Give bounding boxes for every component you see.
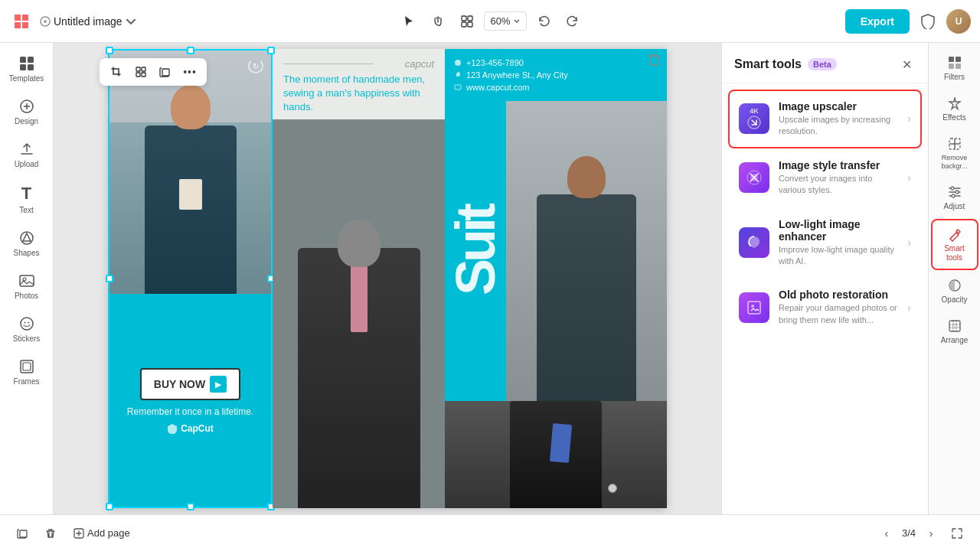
design-label: Design bbox=[15, 117, 38, 126]
suit-man-back bbox=[506, 101, 667, 401]
design-canvas[interactable]: ↻ BUY NOW ▶ Remember it once in a lifeti… bbox=[108, 49, 667, 508]
right-tool-filters[interactable]: Filters bbox=[931, 49, 978, 88]
svg-rect-2 bbox=[462, 16, 466, 21]
svg-point-16 bbox=[24, 322, 25, 324]
grid-tool-btn[interactable] bbox=[130, 61, 152, 83]
user-avatar[interactable]: U bbox=[946, 9, 971, 34]
svg-rect-31 bbox=[748, 302, 760, 314]
smart-tools-close-btn[interactable]: ✕ bbox=[897, 55, 916, 73]
expand-btn[interactable] bbox=[946, 523, 968, 544]
topbar-tools: 60% bbox=[397, 9, 585, 34]
svg-rect-5 bbox=[468, 22, 472, 27]
effects-label: Effects bbox=[942, 113, 965, 122]
smart-tools-sidebar-label: Smart tools bbox=[936, 244, 974, 262]
suit-text-panel: Suit bbox=[445, 101, 506, 401]
upscaler-4k-icon bbox=[746, 115, 762, 130]
undo-btn[interactable] bbox=[531, 9, 556, 34]
sidebar-item-frames[interactable]: Frames bbox=[4, 352, 50, 392]
add-page-btn[interactable]: Add page bbox=[67, 524, 136, 542]
svg-rect-34 bbox=[956, 57, 961, 62]
right-tool-arrange[interactable]: Arrange bbox=[931, 312, 978, 351]
prev-page-btn[interactable]: ‹ bbox=[877, 524, 896, 543]
redo-btn[interactable] bbox=[560, 9, 585, 34]
restoration-info: Old photo restoration Repair your damage… bbox=[779, 289, 898, 326]
delete-page-btn[interactable] bbox=[40, 523, 61, 544]
svg-rect-8 bbox=[20, 64, 26, 70]
sidebar-item-templates[interactable]: Templates bbox=[4, 49, 50, 89]
svg-marker-12 bbox=[23, 233, 31, 241]
tool-style-transfer[interactable]: Image style transfer Convert your images… bbox=[728, 148, 922, 207]
page-number: 3/4 bbox=[902, 527, 916, 539]
canvas-copy-icon[interactable] bbox=[647, 54, 661, 70]
svg-point-41 bbox=[951, 236, 952, 238]
right-tool-remove-bg[interactable]: Remove backgr... bbox=[931, 130, 978, 177]
frames-icon bbox=[18, 358, 35, 375]
crop-tool-btn[interactable] bbox=[106, 61, 127, 83]
sidebar-item-design[interactable]: Design bbox=[4, 92, 50, 132]
style-transfer-chevron: › bbox=[907, 171, 911, 184]
tool-low-light[interactable]: Low-light image enhancer Improve low-lig… bbox=[728, 207, 922, 279]
svg-rect-36 bbox=[956, 64, 961, 69]
smart-tools-title: Smart tools Beta bbox=[734, 57, 837, 71]
tool-image-upscaler[interactable]: 4K Image upscaler Upscale images by incr… bbox=[728, 90, 922, 148]
right-tool-opacity[interactable]: Opacity bbox=[931, 272, 978, 311]
app-logo[interactable] bbox=[9, 9, 34, 34]
opacity-label: Opacity bbox=[942, 295, 968, 305]
svg-point-39 bbox=[956, 191, 959, 194]
tool-photo-restoration[interactable]: Old photo restoration Repair your damage… bbox=[728, 278, 922, 337]
sidebar-item-shapes[interactable]: Shapes bbox=[4, 223, 50, 263]
svg-rect-33 bbox=[949, 57, 954, 62]
svg-rect-6 bbox=[20, 57, 26, 63]
svg-rect-20 bbox=[136, 67, 140, 71]
right-tool-adjust[interactable]: Adjust bbox=[931, 178, 978, 217]
restoration-desc: Repair your damaged photos or bring them… bbox=[779, 302, 898, 326]
topbar: Untitled image 60% Export U bbox=[0, 0, 980, 43]
panel-right-info: +123-456-7890 123 Anywhere St., Any City… bbox=[445, 49, 667, 101]
svg-point-26 bbox=[455, 60, 461, 66]
next-page-btn[interactable]: › bbox=[922, 524, 940, 543]
svg-rect-13 bbox=[20, 276, 34, 286]
style-transfer-name: Image style transfer bbox=[779, 159, 898, 171]
right-tool-effects[interactable]: Effects bbox=[931, 90, 978, 129]
text-label: Text bbox=[19, 206, 33, 214]
bottom-bar: Add page ‹ 3/4 › bbox=[0, 514, 980, 551]
more-tool-btn[interactable]: ••• bbox=[179, 61, 201, 83]
canvas-content[interactable]: ↻ BUY NOW ▶ Remember it once in a lifeti… bbox=[54, 43, 721, 514]
templates-label: Templates bbox=[9, 74, 44, 83]
duplicate-page-btn[interactable] bbox=[12, 523, 34, 544]
export-button[interactable]: Export bbox=[845, 9, 910, 34]
filters-label: Filters bbox=[944, 73, 965, 82]
shield-btn[interactable] bbox=[916, 9, 940, 34]
panel-right: +123-456-7890 123 Anywhere St., Any City… bbox=[445, 49, 667, 508]
svg-rect-44 bbox=[20, 530, 27, 537]
right-tool-smart-tools[interactable]: Smart tools bbox=[931, 219, 978, 270]
upload-label: Upload bbox=[15, 160, 39, 168]
panel-middle-image bbox=[273, 119, 445, 508]
style-icon bbox=[739, 162, 769, 193]
select-tool-btn[interactable] bbox=[397, 9, 421, 34]
tools-list: 4K Image upscaler Upscale images by incr… bbox=[722, 83, 928, 514]
arrange-label: Arrange bbox=[941, 336, 969, 345]
smart-tools-panel: Smart tools Beta ✕ 4K Image upscaler Ups… bbox=[721, 43, 928, 514]
copy-tool-btn[interactable] bbox=[155, 61, 176, 83]
sidebar-item-text[interactable]: T Text bbox=[4, 178, 50, 220]
topbar-right: Export U bbox=[845, 9, 971, 34]
upscaler-desc: Upscale images by increasing resolution. bbox=[779, 114, 898, 138]
svg-rect-19 bbox=[23, 363, 31, 370]
buy-now-arrow: ▶ bbox=[210, 376, 227, 393]
sidebar-item-stickers[interactable]: Stickers bbox=[4, 309, 50, 349]
view-btn[interactable] bbox=[455, 9, 479, 34]
sidebar-item-upload[interactable]: Upload bbox=[4, 135, 50, 174]
style-transfer-desc: Convert your images into various styles. bbox=[779, 173, 898, 197]
svg-rect-9 bbox=[28, 64, 34, 70]
sidebar-item-photos[interactable]: Photos bbox=[4, 266, 50, 306]
svg-point-15 bbox=[21, 318, 33, 330]
left-sidebar: Templates Design Upload T Text Sha bbox=[0, 43, 54, 514]
hand-tool-btn[interactable] bbox=[426, 9, 450, 34]
document-title[interactable]: Untitled image bbox=[40, 15, 136, 28]
buy-now-button[interactable]: BUY NOW ▶ bbox=[140, 368, 240, 400]
upscaler-icon: 4K bbox=[739, 103, 769, 134]
beta-badge: Beta bbox=[808, 58, 837, 70]
zoom-control[interactable]: 60% bbox=[484, 11, 527, 31]
text-icon: T bbox=[21, 184, 31, 204]
